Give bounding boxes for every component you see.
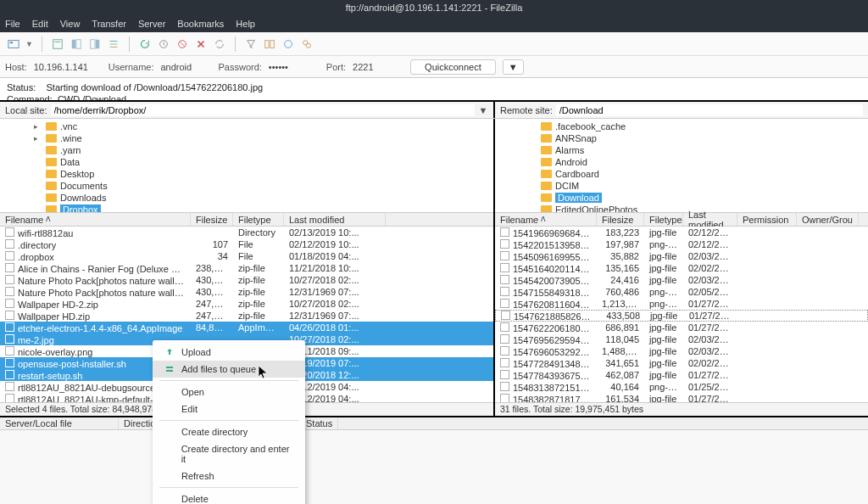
col-filename[interactable]: Filename ᐱ [0, 213, 191, 226]
local-file-row[interactable]: wifi-rtl8812auDirectory02/13/2019 10:... [0, 227, 493, 238]
local-file-row[interactable]: .directory107File02/12/2019 10:... [0, 238, 493, 250]
host-input[interactable] [34, 62, 102, 72]
local-file-row[interactable]: .dropbox34File01/18/2019 04:... [0, 250, 493, 262]
remote-tree-item[interactable]: Cardboard [495, 168, 868, 180]
menu-view[interactable]: View [60, 19, 81, 29]
menu-transfer[interactable]: Transfer [92, 19, 126, 29]
local-file-row[interactable]: etcher-electron-1.4.4-x86_64.AppImage84,… [0, 322, 493, 333]
reconnect-icon[interactable] [213, 37, 226, 51]
filter-icon[interactable] [244, 37, 258, 51]
password-input[interactable] [269, 62, 320, 72]
col-owner[interactable]: Owner/Grou [797, 213, 859, 226]
col-status[interactable]: Status [301, 417, 338, 429]
expand-icon[interactable]: ▸ [34, 122, 42, 131]
remote-tree-item[interactable]: ANRSnap [495, 132, 868, 144]
remote-tree-item[interactable]: Download [495, 192, 868, 204]
remote-tree-item[interactable]: .facebook_cache [495, 120, 868, 132]
folder-icon [46, 182, 57, 190]
remote-file-row[interactable]: 1545420073905.jpg24,416jpg-file02/03/201… [495, 274, 868, 286]
remote-tree-item[interactable]: EditedOnlinePhotos [495, 204, 868, 212]
remote-site-path[interactable] [556, 104, 863, 116]
search-icon[interactable] [300, 37, 314, 51]
local-file-row[interactable]: Wallpaper HD.zip247,995,...zip-file12/31… [0, 310, 493, 322]
remote-file-row[interactable]: 1548382871817.jpg161,534jpg-file01/27/20… [495, 393, 868, 402]
remote-file-row[interactable]: 1547696053292.jpg1,488,196jpg-file02/03/… [495, 345, 868, 357]
folder-icon [46, 158, 57, 166]
port-input[interactable] [353, 62, 403, 72]
remote-file-row[interactable]: 1545096169955.jpg35,882jpg-file02/03/201… [495, 250, 868, 262]
remote-file-row[interactable]: 1547620811604.png1,213,770png-file01/27/… [495, 298, 868, 310]
local-file-row[interactable]: Wallpaper HD-2.zip247,995,...zip-file10/… [0, 298, 493, 310]
col-filetype[interactable]: Filetype [233, 213, 284, 226]
local-tree-item[interactable]: Desktop [0, 168, 493, 180]
col-filesize[interactable]: Filesize [191, 213, 233, 226]
col-filetype[interactable]: Filetype [644, 213, 683, 226]
local-tree-item[interactable]: Documents [0, 180, 493, 192]
menu-help[interactable]: Help [236, 19, 255, 29]
remote-tree-item[interactable]: Alarms [495, 144, 868, 156]
ctx-refresh[interactable]: Refresh [153, 468, 305, 484]
local-tree-item[interactable]: Dropbox [0, 204, 493, 212]
refresh-icon[interactable] [138, 37, 152, 51]
local-tree-item[interactable]: Downloads [0, 192, 493, 204]
process-queue-icon[interactable] [157, 37, 170, 51]
file-icon [5, 239, 14, 249]
col-lastmodified[interactable]: Last modified [683, 213, 737, 226]
remote-file-row[interactable]: 1548313872151.png40,164png-file01/25/201… [495, 381, 868, 393]
local-site-dropdown[interactable]: ▼ [478, 105, 488, 115]
ctx-add-to-queue[interactable]: Add files to queue [153, 361, 305, 378]
toggle-remote-tree-icon[interactable] [88, 37, 102, 51]
local-file-row[interactable]: Alice in Chains - Ranier Fog (Deluxe 2CD… [0, 262, 493, 274]
tree-item-label: Download [555, 193, 602, 203]
quickconnect-button[interactable]: Quickconnect [410, 59, 496, 75]
toggle-queue-icon[interactable] [107, 37, 120, 51]
remote-file-row[interactable]: 1542201513958.png197,987png-file02/12/20… [495, 238, 868, 250]
username-input[interactable] [160, 62, 211, 72]
remote-file-row[interactable]: 1547621885826.jpg433,508jpg-file01/27/20… [495, 310, 868, 322]
remote-tree-item[interactable]: DCIM [495, 180, 868, 192]
password-label: Password: [218, 62, 261, 72]
menu-file[interactable]: File [5, 19, 20, 29]
remote-tree-item[interactable]: Android [495, 156, 868, 168]
menu-server[interactable]: Server [138, 19, 165, 29]
local-tree-item[interactable]: Data [0, 156, 493, 168]
local-file-row[interactable]: Nature Photo Pack[photos nature wallpape… [0, 286, 493, 298]
col-permissions[interactable]: Permission [737, 213, 797, 226]
ctx-create-directory-enter[interactable]: Create directory and enter it [153, 440, 305, 468]
col-filesize[interactable]: Filesize [597, 213, 644, 226]
remote-directory-tree[interactable]: .facebook_cacheANRSnapAlarmsAndroidCardb… [495, 119, 868, 212]
menu-edit[interactable]: Edit [32, 19, 48, 29]
remote-file-row[interactable]: 1545164020114.jpg135,165jpg-file02/02/20… [495, 262, 868, 274]
ctx-create-directory[interactable]: Create directory [153, 423, 305, 440]
ctx-open[interactable]: Open [153, 384, 305, 400]
remote-file-row[interactable]: 1547155849318.png760,486png-file02/05/20… [495, 286, 868, 298]
local-tree-item[interactable]: .yarn [0, 144, 493, 156]
remote-file-row[interactable]: 1547728491348.jpg341,651jpg-file02/02/20… [495, 357, 868, 369]
col-lastmodified[interactable]: Last modified [284, 213, 386, 226]
local-tree-item[interactable]: ▸.vnc [0, 120, 493, 132]
remote-file-row[interactable]: 1547622206180.jpg686,891jpg-file01/27/20… [495, 322, 868, 333]
toggle-local-tree-icon[interactable] [70, 37, 83, 51]
local-site-path[interactable] [51, 104, 475, 116]
local-tree-item[interactable]: ▸.wine [0, 132, 493, 144]
ctx-delete[interactable]: Delete [153, 490, 305, 504]
remote-file-list[interactable]: 1541966969684 (1).jpg183,223jpg-file02/1… [495, 227, 868, 402]
local-file-row[interactable]: Nature Photo Pack[photos nature wallpape… [0, 274, 493, 286]
disconnect-icon[interactable] [194, 37, 208, 51]
expand-icon[interactable]: ▸ [34, 134, 42, 143]
site-manager-icon[interactable] [7, 37, 20, 51]
compare-icon[interactable] [263, 37, 276, 51]
remote-file-row[interactable]: 1547695629594.jpg118,045jpg-file02/03/20… [495, 333, 868, 345]
local-directory-tree[interactable]: ▸.vnc▸.wine.yarnDataDesktopDocumentsDown… [0, 119, 493, 212]
remote-file-row[interactable]: 1541966969684 (1).jpg183,223jpg-file02/1… [495, 227, 868, 238]
remote-file-row[interactable]: 1547784393675.jpg462,087jpg-file01/27/20… [495, 369, 868, 381]
col-server-local[interactable]: Server/Local file [0, 417, 119, 429]
toggle-log-icon[interactable] [51, 37, 64, 51]
sync-browse-icon[interactable] [281, 37, 295, 51]
menu-bookmarks[interactable]: Bookmarks [177, 19, 224, 29]
ctx-edit[interactable]: Edit [153, 400, 305, 417]
quickconnect-history-button[interactable]: ▼ [503, 59, 524, 75]
col-filename[interactable]: Filename ᐱ [495, 213, 597, 226]
cancel-icon[interactable] [175, 37, 189, 51]
ctx-upload[interactable]: Upload [153, 344, 305, 361]
